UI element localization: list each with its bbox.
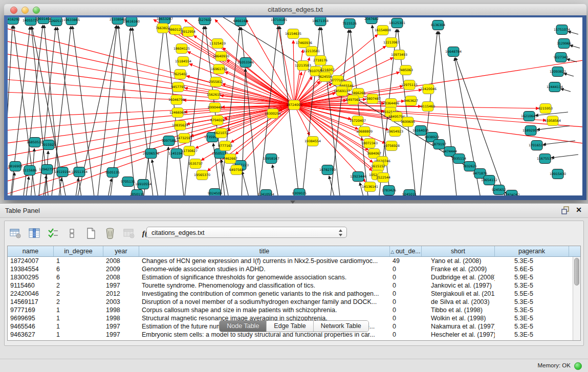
graph-node[interactable]: 10633865 [63,17,80,25]
graph-node[interactable]: 15184554 [175,57,191,67]
graph-node[interactable]: 22420046 [420,84,437,94]
column-header-in_degree[interactable]: in_degree [54,246,103,256]
graph-node[interactable]: 12093822 [550,67,566,77]
graph-node[interactable]: 19654923 [387,127,403,137]
network-view-window[interactable]: citations_edges.txt 94162921405572420691… [4,4,586,200]
table-settings-icon[interactable] [9,227,22,240]
graph-node[interactable]: 15892951 [522,126,539,136]
graph-node[interactable]: 10958167 [263,154,279,164]
table-row[interactable]: 1872400712008Changes of HCN gene express… [8,257,573,265]
graph-node[interactable]: 9457791 [171,82,185,92]
column-visibility-icon[interactable] [28,227,41,240]
graph-node[interactable]: 20206576 [143,149,159,159]
graph-node[interactable]: 21053346 [237,58,254,68]
column-header-short[interactable]: short [422,246,495,256]
graph-node[interactable]: 19565370 [194,170,210,180]
graph-node[interactable]: 9416292 [8,17,20,25]
graph-node[interactable]: 1562615 [207,90,221,100]
column-header-title[interactable]: title [139,246,390,256]
table-row[interactable]: 1456911722003Disruption of a novel membe… [8,298,573,306]
graph-node[interactable]: 7625402 [173,70,187,79]
graph-node[interactable]: 10551354 [71,167,88,177]
table-row[interactable]: 1830029562008Estimation of significance … [8,273,573,281]
graph-node[interactable]: 9097588 [162,136,176,146]
graph-node[interactable]: 10973493 [391,50,407,60]
graph-node[interactable]: 9463627 [404,96,418,106]
close-panel-icon[interactable]: ✕ [576,206,582,214]
graph-node[interactable]: 10915430 [550,169,566,179]
float-panel-icon[interactable] [561,206,570,214]
graph-node[interactable]: 16782759 [319,165,336,175]
graph-node[interactable]: 8215953 [538,104,553,114]
graph-node[interactable]: 9505135 [105,168,120,178]
graph-node[interactable]: 6466160 [233,17,248,26]
graph-node[interactable]: 18125301 [389,18,405,28]
graph-node[interactable]: 14671358 [312,17,329,26]
graph-node[interactable]: 8912954 [181,27,195,37]
graph-node[interactable]: 2718176 [313,56,328,65]
graph-node[interactable]: 12213967 [383,38,400,48]
row-height-icon[interactable] [66,227,79,240]
graph-node[interactable]: 3624554 [318,72,332,82]
graph-node[interactable]: 16210643 [521,112,537,121]
graph-node[interactable]: 3915923 [41,140,56,150]
table-row[interactable]: 1938455462009Genome-wide association stu… [8,265,573,273]
graph-node[interactable]: 1615152 [371,162,385,171]
graph-node[interactable]: 2050135 [130,190,144,196]
graph-node[interactable]: 9535737 [188,159,203,169]
graph-node[interactable]: 11675533 [537,154,553,164]
graph-node[interactable]: 18724007 [286,100,302,110]
graph-node[interactable]: 9705135 [121,177,135,187]
graph-node[interactable]: 17016514 [529,141,545,150]
graph-node[interactable]: 9227343 [554,53,568,62]
delete-table-icon[interactable] [103,227,117,240]
column-header-pagerank[interactable]: pagerank [495,246,569,256]
column-header-name[interactable]: name [8,246,54,256]
graph-node[interactable]: 12923446 [350,172,366,182]
graph-node[interactable]: 2522544 [376,173,390,183]
graph-node[interactable]: 7955812 [209,77,223,87]
graph-node[interactable]: 2935114 [452,154,466,164]
graph-node[interactable]: 9699695 [401,117,415,127]
graph-node[interactable]: 9245011 [402,190,417,196]
graph-node[interactable]: 10688809 [356,127,373,137]
graph-node[interactable]: 18300295 [265,109,281,119]
scrollbar-thumb[interactable] [574,258,579,286]
table-row[interactable]: 911546021997Tourette syndrome. Phenomeno… [8,281,573,290]
graph-node[interactable]: 18072343 [361,139,378,148]
tab-node-table[interactable]: Node Table [220,321,267,332]
graph-node[interactable]: 9024509 [208,189,222,196]
graph-node[interactable]: 12444134 [547,82,563,92]
graph-node[interactable]: 16910554 [135,180,151,189]
graph-node[interactable]: 15751074 [554,25,570,35]
graph-node[interactable]: 16046798 [168,95,185,105]
graph-node[interactable]: 8309025 [292,189,307,196]
graph-node[interactable]: 14569117 [334,86,350,96]
graph-node[interactable]: 12466960 [169,108,186,118]
import-table-icon[interactable] [122,227,136,240]
graph-node[interactable]: 6497568 [229,165,244,175]
graph-node[interactable]: 12975115 [401,80,418,90]
graph-node[interactable]: 12213581 [303,47,320,56]
graph-node[interactable]: 16961758 [211,64,227,74]
graph-node[interactable]: 15958564 [545,116,561,126]
graph-node[interactable]: 12942757 [39,165,55,174]
graph-node[interactable]: 10654112 [481,176,497,185]
column-header-year[interactable]: year [103,246,139,256]
graph-node[interactable]: 7663822 [156,24,170,33]
table-row[interactable]: 2242004622012Investigating the contribut… [8,290,573,298]
network-canvas[interactable]: 9416292140557242069140622605171063386521… [8,17,582,195]
memory-status-indicator[interactable] [574,362,582,370]
graph-node[interactable]: 2260517 [49,17,63,26]
graph-node[interactable]: 7462667 [223,154,237,164]
graph-node[interactable]: 9860125 [168,25,183,35]
graph-node[interactable]: 20364486 [383,99,399,108]
graph-node[interactable]: 16154808 [375,26,391,35]
tab-network-table[interactable]: Network Table [314,321,368,332]
graph-node[interactable]: 19384554 [304,137,321,146]
graph-node[interactable]: 1115686 [23,166,37,176]
graph-node[interactable]: 3129966 [557,39,571,49]
graph-node[interactable]: 16850510 [27,138,43,147]
graph-node[interactable]: 16154635 [285,29,301,39]
graph-node[interactable]: 16616160 [123,17,140,27]
